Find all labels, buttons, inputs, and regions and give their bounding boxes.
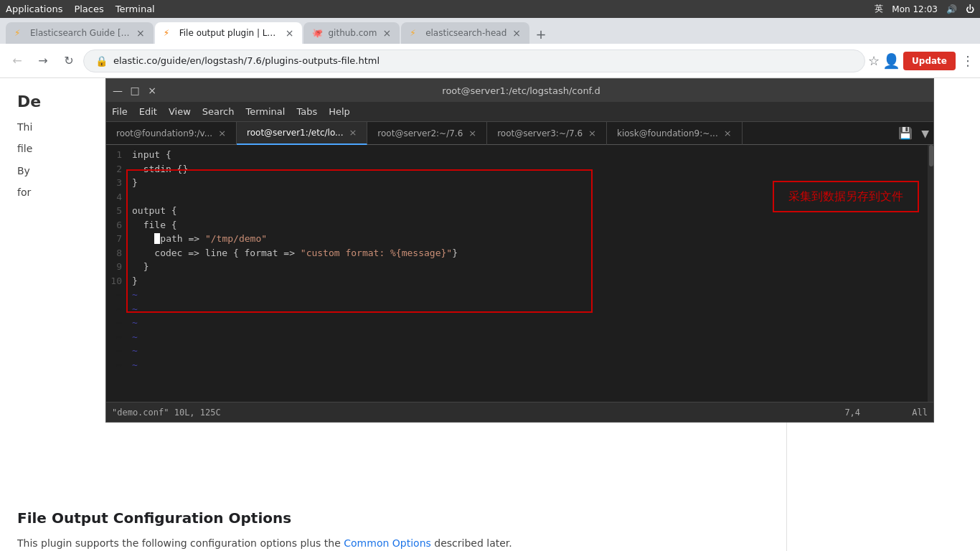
system-bar: Applications Places Terminal 英 Mon 12:03… — [0, 0, 980, 18]
annotation-box: 采集到数据另存到文件 — [773, 181, 919, 212]
tab-label-2: File output plugin | Logsta... — [179, 28, 280, 38]
terminal-minimize-button[interactable]: — — [112, 85, 123, 96]
bookmark-button[interactable]: ☆ — [868, 53, 880, 68]
tab-label-4: elasticsearch-head — [425, 28, 507, 38]
tab-bar: ⚡ Elasticsearch Guide [7.6] × ⚡ File out… — [0, 18, 980, 44]
terminal-menu-terminal[interactable]: Terminal — [245, 106, 285, 117]
clock: Mon 12:03 — [892, 4, 938, 14]
volume-icon[interactable]: 🔊 — [946, 4, 957, 14]
terminal-tab-1[interactable]: root@foundation9:/v... × — [106, 122, 237, 145]
tab-close-3[interactable]: × — [382, 27, 391, 39]
terminal-window: — □ × root@server1:/etc/logstash/conf.d … — [105, 78, 934, 423]
terminal-tab-close-3[interactable]: × — [468, 128, 476, 138]
terminal-menu-file[interactable]: File — [112, 106, 128, 117]
code-line-2: stdin {} — [132, 162, 928, 176]
address-input[interactable]: 🔒 elastic.co/guide/en/logstash/7.6/plugi… — [83, 50, 865, 72]
terminal-tab-label-4: root@server3:~/7.6 — [497, 128, 583, 138]
applications-menu[interactable]: Applications — [6, 4, 62, 14]
code-line-8: codec => line { format => "custom format… — [132, 246, 928, 260]
tilde-1: ~ — [132, 288, 928, 302]
power-icon[interactable]: ⏻ — [966, 4, 974, 14]
statusbar-position: 7,4 All — [844, 408, 928, 418]
tab-label-3: github.com — [328, 28, 377, 38]
browser-menu-button[interactable]: ⋮ — [958, 53, 974, 68]
terminal-content[interactable]: input { stdin {} } output { file { path … — [126, 145, 933, 402]
back-button[interactable]: ← — [6, 50, 29, 72]
code-line-1: input { — [132, 148, 928, 162]
terminal-menu-view[interactable]: View — [169, 106, 191, 117]
section-text: This plugin supports the following confi… — [17, 535, 769, 551]
url-text: elastic.co/guide/en/logstash/7.6/plugins… — [113, 55, 853, 66]
terminal-tab-3[interactable]: root@server2:~/7.6 × — [367, 122, 487, 145]
terminal-tab-label-1: root@foundation9:/v... — [116, 128, 212, 138]
page-content: De Thi file By for File Output Configura… — [0, 78, 980, 551]
terminal-tab-close-5[interactable]: × — [724, 128, 732, 138]
line-numbers: 1234 5678 910 ~~~ ~~~ — [106, 145, 126, 402]
lang-indicator: 英 — [875, 3, 883, 15]
terminal-menu-tabs[interactable]: Tabs — [296, 106, 317, 117]
terminal-menu-search[interactable]: Search — [202, 106, 235, 117]
terminal-tabs-dropdown[interactable]: ▼ — [917, 128, 933, 139]
terminal-title: root@server1:/etc/logstash/conf.d — [158, 85, 885, 96]
new-tab-button[interactable]: + — [531, 24, 551, 44]
code-line-7: path => "/tmp/demo" — [132, 232, 928, 246]
terminal-menu[interactable]: Terminal — [116, 4, 155, 14]
terminal-menu-help[interactable]: Help — [329, 106, 350, 117]
browser-tab-3[interactable]: 🐙 github.com × — [303, 22, 400, 44]
terminal-tab-4[interactable]: root@server3:~/7.6 × — [487, 122, 607, 145]
terminal-tab-label-2: root@server1:/etc/lo... — [247, 128, 343, 138]
tab-icon-1: ⚡ — [14, 28, 24, 38]
account-button[interactable]: 👤 — [882, 52, 900, 70]
tab-icon-3: 🐙 — [312, 28, 322, 38]
tilde-3: ~ — [132, 316, 928, 330]
tilde-4: ~ — [132, 330, 928, 344]
address-bar: ← → ↻ 🔒 elastic.co/guide/en/logstash/7.6… — [0, 44, 980, 78]
tab-icon-2: ⚡ — [164, 28, 174, 38]
forward-button[interactable]: → — [32, 50, 55, 72]
cursor — [154, 233, 160, 244]
terminal-menu-edit[interactable]: Edit — [139, 106, 157, 117]
section-title: File Output Configuration Options — [17, 509, 769, 527]
terminal-tab-close-2[interactable]: × — [349, 127, 357, 138]
terminal-tab-2[interactable]: root@server1:/etc/lo... × — [237, 122, 367, 145]
scroll-indicator[interactable] — [928, 145, 933, 402]
common-options-link[interactable]: Common Options — [344, 537, 431, 549]
terminal-save-icon[interactable]: 💾 — [894, 126, 917, 140]
terminal-tabs: root@foundation9:/v... × root@server1:/e… — [106, 122, 933, 145]
tilde-2: ~ — [132, 302, 928, 316]
tilde-6: ~ — [132, 358, 928, 372]
tab-close-4[interactable]: × — [512, 27, 521, 39]
browser-tab-1[interactable]: ⚡ Elasticsearch Guide [7.6] × — [6, 22, 154, 44]
terminal-statusbar: "demo.conf" 10L, 125C 7,4 All — [106, 402, 933, 422]
browser-tab-2[interactable]: ⚡ File output plugin | Logsta... × — [155, 22, 303, 44]
code-line-10: } — [132, 274, 928, 288]
tab-icon-4: ⚡ — [410, 28, 420, 38]
terminal-menubar: File Edit View Search Terminal Tabs Help — [106, 102, 933, 122]
terminal-body: 1234 5678 910 ~~~ ~~~ input { stdin {} }… — [106, 145, 933, 402]
statusbar-file-info: "demo.conf" 10L, 125C — [112, 408, 221, 418]
update-button[interactable]: Update — [903, 52, 956, 70]
code-line-9: } — [132, 260, 928, 274]
reload-button[interactable]: ↻ — [57, 50, 80, 72]
terminal-tab-close-1[interactable]: × — [218, 128, 226, 138]
tilde-5: ~ — [132, 344, 928, 358]
terminal-tab-label-5: kiosk@foundation9:~... — [617, 128, 718, 138]
terminal-tab-5[interactable]: kiosk@foundation9:~... × — [607, 122, 743, 145]
tab-close-2[interactable]: × — [286, 27, 294, 39]
terminal-maximize-button[interactable]: □ — [129, 85, 141, 96]
terminal-titlebar: — □ × root@server1:/etc/logstash/conf.d — [106, 79, 933, 102]
tab-close-1[interactable]: × — [136, 27, 145, 39]
tab-label-1: Elasticsearch Guide [7.6] — [30, 28, 131, 38]
places-menu[interactable]: Places — [74, 4, 103, 14]
terminal-tab-label-3: root@server2:~/7.6 — [377, 128, 463, 138]
lock-icon: 🔒 — [95, 55, 108, 67]
terminal-tab-close-4[interactable]: × — [588, 128, 596, 138]
terminal-close-button[interactable]: × — [146, 85, 158, 96]
browser-tab-4[interactable]: ⚡ elasticsearch-head × — [401, 22, 529, 44]
browser-window: ⚡ Elasticsearch Guide [7.6] × ⚡ File out… — [0, 18, 980, 551]
scroll-thumb — [929, 145, 933, 166]
code-line-6: file { — [132, 218, 928, 232]
